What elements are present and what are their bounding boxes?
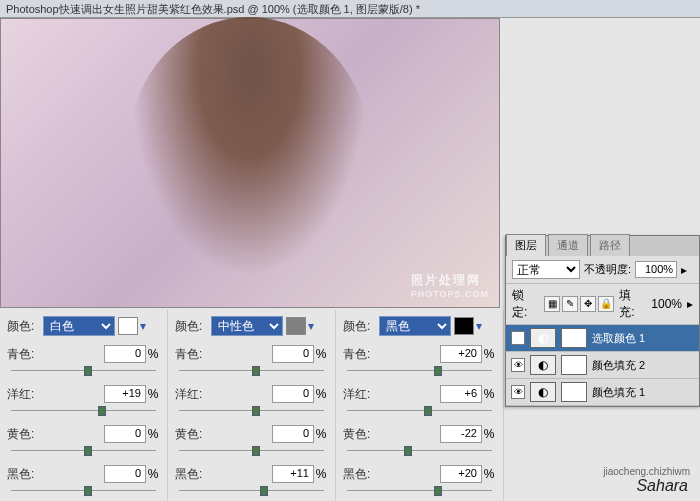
percent-label: %: [314, 347, 328, 361]
color-dropdown[interactable]: 白色: [43, 316, 115, 336]
watermark-text: 照片处理网: [411, 273, 481, 287]
visibility-icon[interactable]: 👁: [511, 331, 525, 345]
color-select[interactable]: 白色▾: [43, 316, 146, 336]
slider-thumb[interactable]: [434, 486, 442, 496]
slider-thumb[interactable]: [260, 486, 268, 496]
lock-pixels-icon[interactable]: ✎: [562, 296, 578, 312]
blend-mode-select[interactable]: 正常: [512, 260, 580, 279]
channel-label: 黑色:: [343, 466, 379, 483]
visibility-icon[interactable]: 👁: [511, 358, 525, 372]
chevron-down-icon[interactable]: ▾: [140, 319, 146, 333]
value-input[interactable]: 0: [104, 465, 146, 483]
value-input[interactable]: 0: [272, 385, 314, 403]
value-input[interactable]: 0: [272, 345, 314, 363]
percent-label: %: [314, 467, 328, 481]
opacity-label: 不透明度:: [584, 262, 631, 277]
slider-thumb[interactable]: [404, 446, 412, 456]
color-label: 颜色:: [343, 318, 379, 335]
slider-row: 青色:0%: [175, 344, 328, 364]
slider-track[interactable]: [347, 447, 492, 455]
value-input[interactable]: +20: [440, 345, 482, 363]
lock-icons: ▦ ✎ ✥ 🔒: [544, 296, 614, 312]
slider-track[interactable]: [179, 407, 324, 415]
value-input[interactable]: +19: [104, 385, 146, 403]
value-input[interactable]: -22: [440, 425, 482, 443]
mask-thumb[interactable]: [561, 355, 587, 375]
lock-position-icon[interactable]: ✥: [580, 296, 596, 312]
slider-thumb[interactable]: [434, 366, 442, 376]
value-input[interactable]: 0: [272, 425, 314, 443]
adjustment-thumb[interactable]: ◐: [530, 328, 556, 348]
percent-label: %: [314, 387, 328, 401]
panel-tabs[interactable]: 图层 通道 路径: [506, 236, 699, 256]
slider-track[interactable]: [11, 487, 156, 495]
channel-label: 黄色:: [343, 426, 379, 443]
lock-all-icon[interactable]: 🔒: [598, 296, 614, 312]
chevron-right-icon[interactable]: ▸: [687, 297, 693, 311]
channel-label: 洋红:: [175, 386, 211, 403]
color-select[interactable]: 黑色▾: [379, 316, 482, 336]
visibility-icon[interactable]: 👁: [511, 385, 525, 399]
fill-label: 填充:: [619, 287, 646, 321]
percent-label: %: [482, 427, 496, 441]
lock-transparency-icon[interactable]: ▦: [544, 296, 560, 312]
mask-thumb[interactable]: [561, 382, 587, 402]
value-input[interactable]: +6: [440, 385, 482, 403]
fill-value[interactable]: 100%: [651, 297, 682, 311]
document-canvas[interactable]: 照片处理网 PHOTOPS.COM: [0, 18, 500, 308]
slider-thumb[interactable]: [252, 366, 260, 376]
slider-track[interactable]: [11, 407, 156, 415]
chevron-down-icon[interactable]: ▾: [476, 319, 482, 333]
slider-thumb[interactable]: [98, 406, 106, 416]
chevron-right-icon[interactable]: ▸: [681, 263, 687, 277]
value-input[interactable]: +20: [440, 465, 482, 483]
channel-label: 青色:: [175, 346, 211, 363]
slider-track[interactable]: [347, 407, 492, 415]
slider-track[interactable]: [11, 447, 156, 455]
layer-name: 颜色填充 1: [592, 385, 645, 400]
color-dropdown[interactable]: 中性色: [211, 316, 283, 336]
percent-label: %: [146, 467, 160, 481]
percent-label: %: [482, 467, 496, 481]
slider-thumb[interactable]: [252, 446, 260, 456]
color-dropdown[interactable]: 黑色: [379, 316, 451, 336]
selective-color-panel: 颜色:黑色▾青色:+20%洋红:+6%黄色:-22%黑色:+20%相对绝对: [336, 310, 504, 501]
tab-layers[interactable]: 图层: [506, 234, 546, 256]
layer-row[interactable]: 👁◐选取颜色 1: [506, 325, 699, 352]
percent-label: %: [482, 347, 496, 361]
adjustment-thumb[interactable]: ◐: [530, 382, 556, 402]
slider-row: 黄色:0%: [7, 424, 160, 444]
value-input[interactable]: 0: [104, 345, 146, 363]
layer-name: 颜色填充 2: [592, 358, 645, 373]
slider-thumb[interactable]: [84, 446, 92, 456]
color-select[interactable]: 中性色▾: [211, 316, 314, 336]
slider-row: 黄色:0%: [175, 424, 328, 444]
slider-track[interactable]: [347, 367, 492, 375]
slider-track[interactable]: [179, 487, 324, 495]
chevron-down-icon[interactable]: ▾: [308, 319, 314, 333]
layer-row[interactable]: 👁◐颜色填充 1: [506, 379, 699, 406]
layer-row[interactable]: 👁◐颜色填充 2: [506, 352, 699, 379]
tab-paths[interactable]: 路径: [590, 234, 630, 256]
percent-label: %: [314, 427, 328, 441]
color-swatch: [118, 317, 138, 335]
value-input[interactable]: +11: [272, 465, 314, 483]
slider-thumb[interactable]: [84, 366, 92, 376]
slider-thumb[interactable]: [252, 406, 260, 416]
channel-label: 青色:: [7, 346, 43, 363]
slider-track[interactable]: [179, 367, 324, 375]
adjustment-thumb[interactable]: ◐: [530, 355, 556, 375]
slider-track[interactable]: [11, 367, 156, 375]
layer-lock-row: 锁定: ▦ ✎ ✥ 🔒 填充: 100% ▸: [506, 284, 699, 325]
color-label: 颜色:: [7, 318, 43, 335]
slider-thumb[interactable]: [424, 406, 432, 416]
opacity-value[interactable]: 100%: [635, 261, 677, 278]
color-label: 颜色:: [175, 318, 211, 335]
slider-thumb[interactable]: [84, 486, 92, 496]
slider-track[interactable]: [179, 447, 324, 455]
value-input[interactable]: 0: [104, 425, 146, 443]
slider-track[interactable]: [347, 487, 492, 495]
percent-label: %: [146, 387, 160, 401]
tab-channels[interactable]: 通道: [548, 234, 588, 256]
mask-thumb[interactable]: [561, 328, 587, 348]
